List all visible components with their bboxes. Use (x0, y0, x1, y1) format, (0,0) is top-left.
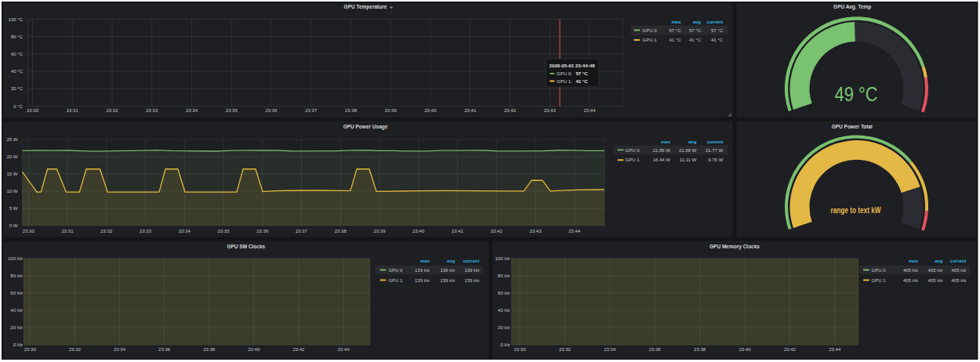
svg-text:100 °C: 100 °C (9, 17, 24, 22)
svg-text:23:30: 23:30 (27, 108, 39, 113)
svg-text:41 °C: 41 °C (576, 79, 589, 84)
svg-text:139 Hz: 139 Hz (464, 278, 479, 283)
svg-text:GPU 1: GPU 1 (872, 278, 887, 283)
svg-text:23:40: 23:40 (248, 347, 260, 352)
svg-text:16.44 W: 16.44 W (653, 157, 671, 162)
svg-text:23:34: 23:34 (604, 347, 616, 352)
svg-text:57 °C: 57 °C (669, 28, 681, 33)
svg-text:23:38: 23:38 (203, 347, 216, 352)
svg-text:23:31: 23:31 (62, 229, 74, 233)
svg-text:23:37: 23:37 (296, 229, 308, 233)
svg-text:80 °C: 80 °C (11, 34, 24, 39)
svg-text:23:34: 23:34 (114, 347, 126, 352)
svg-text:current: current (463, 259, 480, 263)
svg-text:0 Hz: 0 Hz (500, 342, 510, 347)
svg-text:20 Hz: 20 Hz (10, 325, 23, 330)
svg-text:23:33: 23:33 (146, 108, 158, 113)
svg-text:11.11 W: 11.11 W (680, 157, 697, 162)
svg-text:23:38: 23:38 (345, 108, 358, 113)
svg-text:23:39: 23:39 (374, 229, 387, 233)
svg-text:23:33: 23:33 (140, 229, 152, 233)
svg-text:max: max (909, 259, 919, 263)
svg-text:100 Hz: 100 Hz (495, 256, 510, 261)
svg-text:139 Hz: 139 Hz (415, 278, 430, 283)
svg-text:139 Hz: 139 Hz (464, 268, 479, 273)
svg-text:23:32: 23:32 (559, 347, 572, 352)
svg-text:23:36: 23:36 (256, 229, 269, 233)
svg-text:GPU 1: GPU 1 (643, 38, 658, 42)
svg-text:GPU 0: GPU 0 (626, 148, 641, 153)
svg-text:9.76 W: 9.76 W (708, 157, 723, 162)
svg-text:25 W: 25 W (6, 137, 17, 142)
svg-text:23:44: 23:44 (568, 229, 581, 233)
svg-text:23:44: 23:44 (583, 108, 596, 113)
svg-text:GPU Memory Clocks: GPU Memory Clocks (710, 244, 760, 250)
svg-text:max: max (661, 139, 671, 144)
svg-text:15 W: 15 W (6, 172, 17, 176)
svg-text:23:32: 23:32 (100, 229, 113, 233)
svg-text:10 W: 10 W (6, 189, 17, 194)
svg-text:20 W: 20 W (6, 154, 17, 159)
svg-text:avg: avg (693, 20, 702, 24)
svg-text:49 °C: 49 °C (835, 82, 878, 106)
svg-text:GPU 1: GPU 1 (388, 278, 403, 283)
svg-text:20 °C: 20 °C (11, 86, 24, 91)
svg-text:GPU 0: GPU 0 (643, 28, 658, 33)
svg-text:23:43: 23:43 (530, 229, 543, 233)
svg-text:23:42: 23:42 (292, 347, 305, 352)
svg-text:23:41: 23:41 (464, 108, 477, 113)
svg-text:21.86 W: 21.86 W (653, 148, 671, 153)
svg-text:21.77 W: 21.77 W (706, 148, 724, 153)
svg-text:60 Hz: 60 Hz (10, 291, 23, 295)
svg-text:57 °C: 57 °C (711, 28, 724, 33)
svg-text:GPU 1:: GPU 1: (557, 79, 572, 84)
svg-text:5 W: 5 W (9, 206, 18, 211)
svg-text:current: current (707, 139, 724, 144)
svg-text:405 Hz: 405 Hz (903, 278, 918, 283)
svg-text:139 Hz: 139 Hz (440, 278, 455, 283)
svg-text:GPU Temperature: GPU Temperature (344, 4, 387, 10)
svg-text:GPU 0:: GPU 0: (557, 71, 572, 76)
svg-text:100 Hz: 100 Hz (8, 256, 23, 261)
svg-text:23:36: 23:36 (649, 347, 662, 352)
svg-text:23:32: 23:32 (69, 347, 82, 352)
svg-text:GPU 0: GPU 0 (388, 268, 403, 273)
svg-text:23:44: 23:44 (829, 347, 841, 352)
svg-text:23:42: 23:42 (491, 229, 503, 233)
svg-text:current: current (950, 259, 967, 263)
svg-text:avg: avg (688, 139, 697, 144)
svg-text:23:30: 23:30 (24, 347, 37, 352)
svg-text:20 Hz: 20 Hz (498, 325, 510, 330)
svg-text:21.68 W: 21.68 W (679, 148, 697, 153)
svg-text:23:31: 23:31 (67, 108, 79, 113)
svg-text:GPU 1: GPU 1 (626, 157, 641, 162)
svg-text:405 Hz: 405 Hz (927, 268, 942, 273)
svg-text:23:32: 23:32 (106, 108, 118, 113)
svg-text:23:30: 23:30 (514, 347, 526, 352)
svg-text:57 °C: 57 °C (576, 71, 589, 76)
svg-text:23:36: 23:36 (158, 347, 171, 352)
svg-text:80 Hz: 80 Hz (498, 273, 510, 278)
svg-text:2020-05-01 23:44:48: 2020-05-01 23:44:48 (550, 63, 596, 68)
svg-text:405 Hz: 405 Hz (951, 278, 966, 283)
svg-text:max: max (420, 259, 430, 263)
svg-text:0 W: 0 W (9, 223, 18, 228)
svg-text:23:40: 23:40 (412, 229, 425, 233)
svg-text:23:39: 23:39 (385, 108, 397, 113)
svg-text:405 Hz: 405 Hz (927, 278, 942, 283)
svg-text:405 Hz: 405 Hz (951, 268, 966, 273)
svg-text:139 Hz: 139 Hz (440, 268, 455, 273)
svg-text:23:38: 23:38 (694, 347, 706, 352)
svg-text:139 Hz: 139 Hz (415, 268, 430, 273)
svg-text:40 Hz: 40 Hz (10, 308, 23, 313)
svg-text:23:42: 23:42 (504, 108, 517, 113)
svg-text:23:40: 23:40 (424, 108, 437, 113)
svg-text:GPU Power Total: GPU Power Total (832, 124, 873, 129)
svg-text:23:44: 23:44 (337, 347, 350, 352)
svg-text:41 °C: 41 °C (689, 38, 702, 42)
svg-text:23:43: 23:43 (544, 108, 557, 113)
svg-text:57 °C: 57 °C (689, 28, 702, 33)
svg-text:80 Hz: 80 Hz (10, 273, 23, 278)
svg-text:GPU Power Usage: GPU Power Usage (343, 124, 388, 130)
svg-text:23:36: 23:36 (265, 108, 278, 113)
